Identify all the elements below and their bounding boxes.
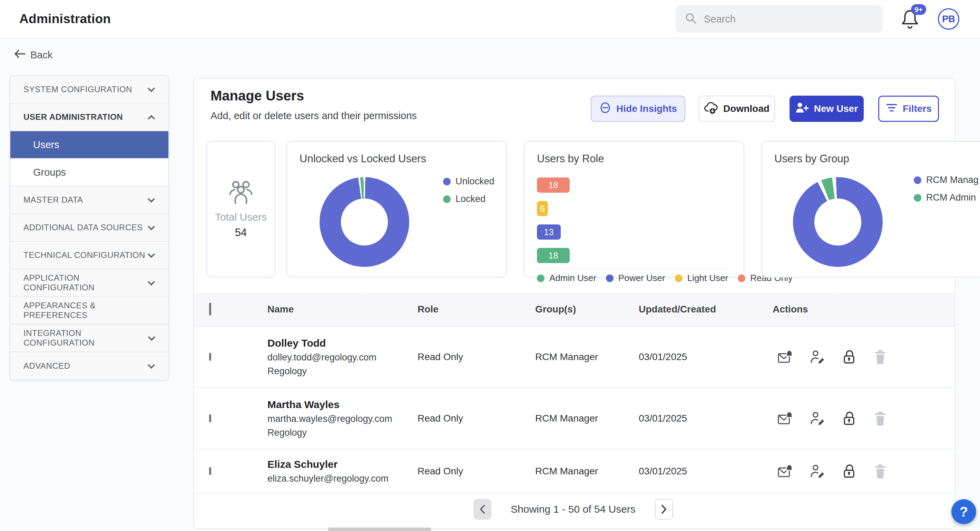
user-name: Martha Wayles <box>267 399 418 410</box>
sidebar-item-users[interactable]: Users <box>10 131 169 159</box>
table-header-row: Name Role Group(s) Updated/Created Actio… <box>194 293 955 327</box>
sidebar-item-master-data[interactable]: MASTER DATA <box>10 187 169 214</box>
sidebar-item-technical-configuration[interactable]: TECHNICAL CONFIGURATION <box>10 242 169 269</box>
unlock-user-icon[interactable] <box>842 411 857 426</box>
resend-invite-icon[interactable] <box>778 464 793 478</box>
app-title: Administration <box>19 12 111 26</box>
user-group: RCM Manager <box>535 351 639 362</box>
horizontal-scrollbar[interactable] <box>328 528 431 531</box>
users-by-group-donut-chart: 53 3 <box>793 177 883 267</box>
user-role: Read Only <box>418 466 535 477</box>
sidebar-item-label: MASTER DATA <box>24 195 83 205</box>
sidebar-item-integration-configuration[interactable]: INTEGRATION CONFIGURATION <box>10 325 169 352</box>
chevron-down-icon <box>148 361 155 368</box>
column-header-updated: Updated/Created <box>639 304 773 315</box>
hide-insights-label: Hide Insights <box>616 103 677 114</box>
user-email: eliza.schuyler@regology.com <box>267 474 418 484</box>
unlock-user-icon[interactable] <box>842 349 857 365</box>
edit-user-icon[interactable] <box>810 350 825 364</box>
edit-user-icon[interactable] <box>810 411 825 426</box>
delete-user-icon[interactable] <box>873 349 887 365</box>
table-row: Eliza Schuyler eliza.schuyler@regology.c… <box>194 450 955 494</box>
edit-user-icon[interactable] <box>810 464 825 478</box>
pagination-status: Showing 1 - 50 of 54 Users <box>511 503 636 515</box>
legend-label: Locked <box>455 194 485 204</box>
bar-power-user: 13 <box>537 225 561 239</box>
legend-dot <box>443 195 451 203</box>
hide-insights-button[interactable]: Hide Insights <box>591 96 685 122</box>
sidebar-item-label: Users <box>33 139 59 150</box>
filters-button[interactable]: Filters <box>878 96 939 122</box>
sidebar-item-advanced[interactable]: ADVANCED <box>10 352 169 380</box>
users-group-icon <box>228 180 254 205</box>
search-input[interactable] <box>703 13 869 25</box>
sidebar-item-label: APPEARANCES & PREFERENCES <box>24 301 154 320</box>
chevron-right-icon <box>660 504 668 514</box>
legend-dot <box>675 274 682 282</box>
chart-title: Unlocked vs Locked Users <box>299 153 426 165</box>
sidebar-item-label: ADVANCED <box>24 361 70 371</box>
row-checkbox[interactable] <box>209 467 211 475</box>
notifications-button[interactable]: 9+ <box>900 8 920 30</box>
bar-value-label: 18 <box>549 180 558 190</box>
legend-label: Light User <box>687 273 729 284</box>
sidebar-item-groups[interactable]: Groups <box>10 159 169 187</box>
user-updated: 03/01/2025 <box>639 466 773 477</box>
donut-value-label: 3 <box>827 223 832 233</box>
legend-item: Power User <box>606 273 665 284</box>
delete-user-icon[interactable] <box>873 411 887 426</box>
sidebar-item-label: ADDITIONAL DATA SOURCES <box>24 223 143 232</box>
delete-user-icon[interactable] <box>873 464 887 479</box>
row-checkbox[interactable] <box>209 353 211 361</box>
legend-label: Unlocked <box>455 176 495 187</box>
sidebar-item-label: USER ADMINISTRATION <box>24 112 123 122</box>
x-axis-line <box>537 268 731 269</box>
sidebar-item-system-configuration[interactable]: SYSTEM CONFIGURATION <box>10 76 169 104</box>
select-all-checkbox[interactable] <box>209 303 211 316</box>
legend-label: Admin User <box>549 273 596 284</box>
legend-item: RCM Admin <box>914 192 978 203</box>
back-label: Back <box>30 49 52 61</box>
bar-value-label: 13 <box>544 227 554 237</box>
back-arrow-icon <box>14 49 25 61</box>
chevron-down-icon <box>148 85 155 92</box>
new-user-button[interactable]: New User <box>789 96 864 122</box>
user-role: Read Only <box>418 351 535 362</box>
total-users-label: Total Users <box>215 211 267 223</box>
download-button[interactable]: Download <box>698 96 775 122</box>
page-subtitle: Add, edit or delete users and their perm… <box>210 110 417 121</box>
search-box[interactable] <box>676 5 883 33</box>
bar-value-label: 18 <box>549 250 558 261</box>
user-updated: 03/01/2025 <box>639 351 773 362</box>
legend-dot <box>738 274 745 282</box>
sidebar-item-label: TECHNICAL CONFIGURATION <box>24 250 145 260</box>
legend-dot <box>914 194 921 202</box>
sidebar-item-additional-data-sources[interactable]: ADDITIONAL DATA SOURCES <box>10 214 169 242</box>
column-header-role: Role <box>418 304 535 315</box>
filter-icon <box>885 102 898 115</box>
chart-title: Users by Group <box>774 153 849 165</box>
sidebar-item-appearances-preferences[interactable]: APPEARANCES & PREFERENCES <box>10 297 169 325</box>
row-checkbox[interactable] <box>209 414 211 422</box>
resend-invite-icon[interactable] <box>778 350 793 364</box>
total-users-value: 54 <box>235 226 247 239</box>
unlocked-vs-locked-card: Unlocked vs Locked Users 53 1 Unlocked L… <box>286 141 507 277</box>
next-page-button[interactable] <box>655 499 673 520</box>
chevron-down-icon <box>148 223 155 230</box>
avatar[interactable]: PB <box>938 8 959 30</box>
sidebar-item-user-administration[interactable]: USER ADMINISTRATION <box>10 104 169 131</box>
donut-value-label: 53 <box>832 285 842 296</box>
sidebar: SYSTEM CONFIGURATION USER ADMINISTRATION… <box>10 75 169 381</box>
resend-invite-icon[interactable] <box>778 411 793 426</box>
sidebar-item-application-configuration[interactable]: APPLICATION CONFIGURATION <box>10 269 169 297</box>
column-header-groups: Group(s) <box>535 304 639 315</box>
column-header-name: Name <box>267 304 418 315</box>
sidebar-item-label: APPLICATION CONFIGURATION <box>24 273 149 292</box>
legend-dot <box>606 274 614 282</box>
table-row: Martha Wayles martha.wayles@regology.com… <box>194 388 955 450</box>
back-link[interactable]: Back <box>14 49 52 61</box>
previous-page-button[interactable] <box>473 499 492 520</box>
user-company: Regology <box>267 427 418 438</box>
help-button[interactable]: ? <box>951 499 976 524</box>
unlock-user-icon[interactable] <box>842 464 857 479</box>
